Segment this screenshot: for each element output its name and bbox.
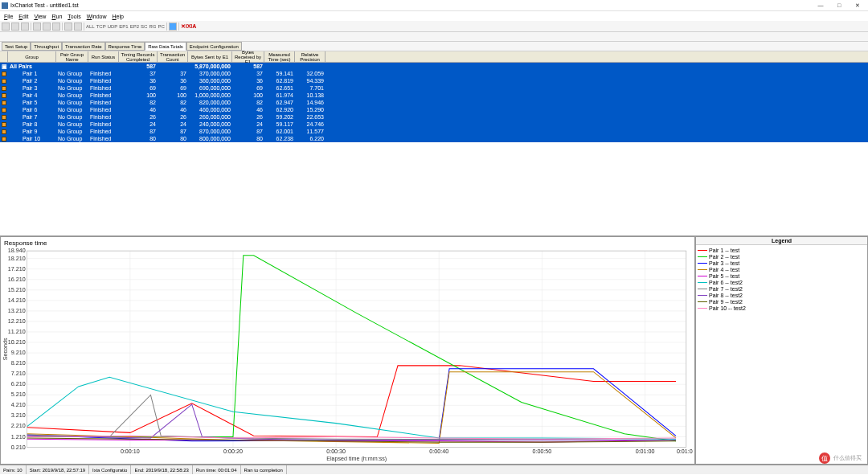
menu-help[interactable]: Help [110,14,126,19]
filter-tcp[interactable]: TCP [96,24,106,29]
legend-item[interactable]: Pair 3 -- test [698,260,866,266]
svg-text:8.210: 8.210 [11,360,26,366]
tab-response-time[interactable]: Response Time [105,42,145,51]
status-ran: Ran to completion [241,465,287,474]
legend-item[interactable]: Pair 2 -- test [698,253,866,260]
table-row[interactable]: Pair 9 No Group Finished 87 87 870,000,0… [0,128,868,135]
table-row[interactable]: Pair 3 No Group Finished 69 69 690,000,0… [0,84,868,92]
tab-transaction-rate[interactable]: Transaction Rate [62,42,104,51]
svg-text:0:00:30: 0:00:30 [326,448,346,455]
status-end: End: 2019/9/18, 22:58:23 [131,465,192,474]
tb-cut-icon[interactable] [33,23,41,31]
filter-pc[interactable]: PC [158,24,164,29]
menu-file[interactable]: File [2,14,15,19]
table-row[interactable]: Pair 10 No Group Finished 80 80 800,000,… [0,135,868,142]
tb-new-icon[interactable] [2,23,10,31]
tab-raw-data-totals[interactable]: Raw Data Totals [145,42,186,51]
svg-text:9.210: 9.210 [11,350,26,356]
table-row[interactable]: Pair 7 No Group Finished 26 26 260,000,0… [0,113,868,121]
svg-text:0:00:10: 0:00:10 [121,448,140,455]
tb-help-icon[interactable] [169,23,177,31]
col-timing[interactable]: Timing Records Completed [119,51,158,62]
tb-run-icon[interactable] [64,23,72,31]
col-precision[interactable]: Relative Precision [295,51,326,62]
grid-summary-row[interactable]: ▣ All Pairs 587 5,870,000,000 587 [0,63,868,70]
svg-text:7.210: 7.210 [11,371,26,377]
tb-save-icon[interactable] [21,23,29,31]
table-row[interactable]: Pair 1 No Group Finished 37 37 370,000,0… [0,70,868,77]
menu-view[interactable]: View [31,14,48,19]
watermark: 值 什么值得买 [819,452,862,464]
status-cfg: Ixia Configuratio [89,465,131,474]
tb-paste-icon[interactable] [52,23,60,31]
svg-text:0:00:40: 0:00:40 [429,448,448,455]
svg-text:18.210: 18.210 [8,256,26,262]
menu-run[interactable]: Run [49,14,64,19]
col-bytes-sent[interactable]: Bytes Sent by E1 [188,51,232,62]
svg-text:4.210: 4.210 [11,402,26,408]
svg-text:11.210: 11.210 [8,329,26,335]
table-row[interactable]: Pair 4 No Group Finished 100 100 1,000,0… [0,92,868,99]
tab-test-setup[interactable]: Test Setup [2,42,31,51]
response-time-chart: 18.94018.21017.21016.21015.21014.21013.2… [2,248,693,462]
svg-text:0:00:50: 0:00:50 [532,448,551,455]
filter-all[interactable]: ALL [86,24,95,29]
filter-sc[interactable]: SC [141,24,147,29]
svg-text:Seconds: Seconds [2,338,9,360]
svg-text:10.210: 10.210 [8,339,26,346]
chart-container: Response time 18.94018.21017.21016.21015… [0,235,868,465]
table-row[interactable]: Pair 6 No Group Finished 46 46 460,000,0… [0,106,868,113]
filter-rg[interactable]: RG [149,24,156,29]
svg-text:0.210: 0.210 [11,444,26,451]
menu-tools[interactable]: Tools [65,14,83,19]
legend-item[interactable]: Pair 8 -- test2 [698,292,866,298]
menu-edit[interactable]: Edit [16,14,31,19]
svg-text:3.210: 3.210 [11,412,26,419]
legend-item[interactable]: Pair 6 -- test2 [698,279,866,285]
menubar: File Edit View Run Tools Window Help [0,11,868,21]
grid-header: Group Pair Group Name Run Status Timing … [0,51,868,63]
filter-ep1[interactable]: EP1 [119,24,128,29]
status-pairs: Pairs: 10 [0,465,27,474]
menu-window[interactable]: Window [84,14,109,19]
legend-item[interactable]: Pair 4 -- test [698,266,866,272]
status-start: Start: 2019/9/18, 22:57:19 [27,465,89,474]
col-trans[interactable]: Transaction Count [158,51,188,62]
legend-item[interactable]: Pair 10 -- test2 [698,305,866,311]
legend-item[interactable]: Pair 7 -- test2 [698,285,866,292]
svg-text:6.210: 6.210 [11,381,26,387]
table-row[interactable]: Pair 5 No Group Finished 82 82 820,000,0… [0,99,868,106]
tb-open-icon[interactable] [11,23,19,31]
table-row[interactable]: Pair 8 No Group Finished 24 24 240,000,0… [0,121,868,128]
minimize-button[interactable]: — [812,1,829,10]
svg-text:0:01:00: 0:01:00 [636,448,655,455]
grid-body: ▣ All Pairs 587 5,870,000,000 587 Pair 1… [0,63,868,235]
svg-text:15.210: 15.210 [8,287,26,293]
chart-title: Response time [2,239,693,248]
legend-item[interactable]: Pair 9 -- test2 [698,298,866,305]
watermark-badge-icon: 值 [819,452,830,464]
col-group[interactable]: Group [8,51,56,62]
svg-text:12.210: 12.210 [8,318,26,325]
legend-item[interactable]: Pair 1 -- test [698,247,866,253]
legend-pane: Legend Pair 1 -- testPair 2 -- testPair … [695,236,868,465]
col-measured[interactable]: Measured Time (sec) [264,51,295,62]
col-status[interactable]: Run Status [88,51,119,62]
app-icon [2,2,8,9]
svg-text:1.210: 1.210 [11,434,26,440]
brand-ixia-icon: ✕IXIA [181,23,197,30]
svg-text:14.210: 14.210 [8,297,26,304]
maximize-button[interactable]: □ [830,1,848,10]
tb-stop-icon[interactable] [74,23,82,31]
legend-item[interactable]: Pair 5 -- test [698,272,866,279]
col-pairgroup[interactable]: Pair Group Name [56,51,88,62]
svg-text:13.210: 13.210 [8,308,26,314]
close-button[interactable]: ✕ [849,1,866,10]
filter-udp[interactable]: UDP [108,24,118,29]
tb-copy-icon[interactable] [43,23,51,31]
svg-text:16.210: 16.210 [8,276,26,283]
tab-throughput[interactable]: Throughput [31,42,62,51]
filter-ep2[interactable]: EP2 [130,24,139,29]
table-row[interactable]: Pair 2 No Group Finished 36 36 360,000,0… [0,77,868,84]
col-bytes-recv[interactable]: Bytes Received by E1 [232,51,264,62]
